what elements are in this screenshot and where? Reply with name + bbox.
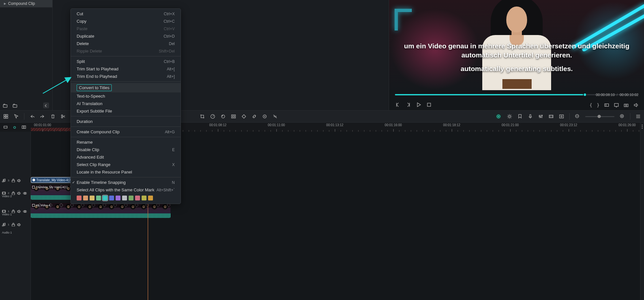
step-back-button[interactable] xyxy=(395,102,401,108)
track-match-icon[interactable] xyxy=(3,125,8,129)
menu-item-select-all-clips-with-the-same-color-mark[interactable]: Select All Clips with the Same Color Mar… xyxy=(71,186,181,194)
unlink-icon[interactable] xyxy=(272,114,278,119)
volume-icon[interactable] xyxy=(633,102,638,108)
layout-grid-icon[interactable] xyxy=(3,114,8,119)
more-options-icon[interactable] xyxy=(642,125,643,129)
color-swatch[interactable] xyxy=(90,196,95,200)
menu-item-label: Trim Start to Playhead xyxy=(77,66,119,71)
folder-add-icon[interactable] xyxy=(3,103,8,108)
play-button[interactable] xyxy=(416,102,422,108)
color-icon[interactable] xyxy=(221,114,226,119)
link-toggle-icon[interactable] xyxy=(252,114,257,119)
track-header[interactable]: 1Audio 1 xyxy=(0,221,31,228)
timeline-view-options-icon[interactable] xyxy=(636,114,641,119)
svg-line-2 xyxy=(43,78,70,93)
motion-tracking-icon[interactable] xyxy=(262,114,267,119)
color-swatch[interactable] xyxy=(129,196,133,200)
color-swatch[interactable] xyxy=(148,196,153,200)
color-swatch[interactable] xyxy=(83,196,88,200)
marker-icon[interactable] xyxy=(517,114,523,119)
audio-mixer-icon[interactable] xyxy=(538,114,543,119)
color-swatch[interactable] xyxy=(96,196,101,200)
color-swatch[interactable] xyxy=(116,196,120,200)
menu-item-trim-start-to-playhead[interactable]: Trim Start to PlayheadAlt+[ xyxy=(71,65,181,73)
color-mark-swatches xyxy=(71,194,181,202)
voiceover-mic-icon[interactable] xyxy=(528,114,533,119)
mute-icon[interactable] xyxy=(17,222,21,226)
mark-out-button[interactable]: } xyxy=(597,102,600,108)
step-forward-button[interactable] xyxy=(405,102,411,108)
compound-clip-tab[interactable]: ▶ Compound Clip xyxy=(0,0,52,7)
delete-button[interactable] xyxy=(50,114,56,119)
settings-gear-icon[interactable] xyxy=(507,114,512,119)
lock-icon[interactable] xyxy=(11,178,15,182)
menu-item-disable-clip[interactable]: Disable ClipE xyxy=(71,146,181,153)
work-area-indicator[interactable] xyxy=(31,128,70,131)
color-swatch[interactable] xyxy=(142,196,146,200)
undo-button[interactable] xyxy=(30,114,35,119)
menu-item-duration[interactable]: Duration xyxy=(71,118,181,125)
split-tool-icon[interactable] xyxy=(61,114,66,119)
mask-icon[interactable] xyxy=(231,114,236,119)
menu-item-rename[interactable]: Rename xyxy=(71,138,181,146)
menu-item-shortcut: N xyxy=(172,180,175,185)
menu-item-select-clip-range[interactable]: Select Clip RangeX xyxy=(71,161,181,168)
folder-icon[interactable] xyxy=(12,103,18,108)
menu-item-trim-end-to-playhead[interactable]: Trim End to PlayheadAlt+] xyxy=(71,73,181,80)
collapse-panel-button[interactable] xyxy=(43,102,49,108)
video-clip[interactable]: My Video-4 xyxy=(31,203,170,218)
menu-item-split[interactable]: SplitCtrl+B xyxy=(71,58,181,65)
pointer-tool-icon[interactable] xyxy=(14,114,19,119)
menu-item-create-compound-clip[interactable]: Create Compound ClipAlt+G xyxy=(71,128,181,136)
zoom-in-button[interactable] xyxy=(620,114,625,119)
keyframe-square-icon[interactable] xyxy=(241,114,246,119)
crop-ratio-icon[interactable] xyxy=(604,102,609,108)
clip-media-icon xyxy=(32,186,35,188)
svg-rect-11 xyxy=(6,117,8,118)
crop-icon[interactable] xyxy=(200,114,205,119)
snapshot-icon[interactable] xyxy=(624,102,629,108)
color-swatch[interactable] xyxy=(103,196,107,200)
zoom-out-button[interactable] xyxy=(575,114,580,119)
lock-icon[interactable] xyxy=(11,222,15,226)
visibility-icon[interactable] xyxy=(23,191,27,195)
zoom-slider[interactable] xyxy=(585,116,614,117)
menu-item-copy[interactable]: CopyCtrl+C xyxy=(71,18,181,25)
track-index: 1 xyxy=(8,223,9,226)
menu-item-delete[interactable]: DeleteDel xyxy=(71,40,181,47)
display-icon[interactable] xyxy=(614,102,619,108)
menu-item-ai-translation[interactable]: AI Translation xyxy=(71,100,181,107)
menu-item-cut[interactable]: CutCtrl+X xyxy=(71,10,181,18)
mute-icon[interactable] xyxy=(17,191,21,195)
color-swatch[interactable] xyxy=(77,196,82,200)
visibility-icon[interactable] xyxy=(23,209,27,213)
track-insert-icon[interactable] xyxy=(21,125,26,129)
render-icon[interactable] xyxy=(549,114,554,119)
zoom-slider-knob[interactable] xyxy=(598,115,601,118)
track-header[interactable]: 3 xyxy=(0,177,31,184)
menu-item-duplicate[interactable]: DuplicateCtrl+D xyxy=(71,32,181,40)
track-header[interactable]: 1Video 1 xyxy=(0,203,31,219)
progress-knob[interactable] xyxy=(583,93,587,97)
menu-item-locate-in-the-resource-panel[interactable]: Locate in the Resource Panel xyxy=(71,168,181,176)
stop-button[interactable] xyxy=(426,102,432,108)
track-header[interactable]: 2Video 2 xyxy=(0,185,31,201)
menu-item-enable-timeline-snapping[interactable]: ✓Enable Timeline SnappingN xyxy=(71,179,181,186)
track-link-icon[interactable] xyxy=(12,125,17,129)
menu-item-advanced-edit[interactable]: Advanced Edit xyxy=(71,153,181,161)
svg-rect-18 xyxy=(233,116,234,117)
speed-icon[interactable] xyxy=(210,114,215,119)
export-frame-icon[interactable] xyxy=(559,114,564,119)
menu-item-text-to-speech[interactable]: Text-to-Speech xyxy=(71,92,181,100)
color-swatch[interactable] xyxy=(109,196,114,200)
color-swatch[interactable] xyxy=(122,196,127,200)
redo-button[interactable] xyxy=(40,114,45,119)
mark-in-button[interactable]: { xyxy=(589,102,592,108)
mute-icon[interactable] xyxy=(17,178,21,182)
mute-icon[interactable] xyxy=(17,209,21,213)
color-swatch[interactable] xyxy=(135,196,140,200)
ai-tools-button[interactable] xyxy=(495,113,502,120)
menu-item-convert-to-titles[interactable]: Convert to Titles xyxy=(71,83,181,92)
menu-item-export-subtitle-file[interactable]: Export Subtitle File xyxy=(71,107,181,115)
preview-viewport[interactable]: um ein Video genau in mehrere Sprachen ü… xyxy=(389,0,644,90)
